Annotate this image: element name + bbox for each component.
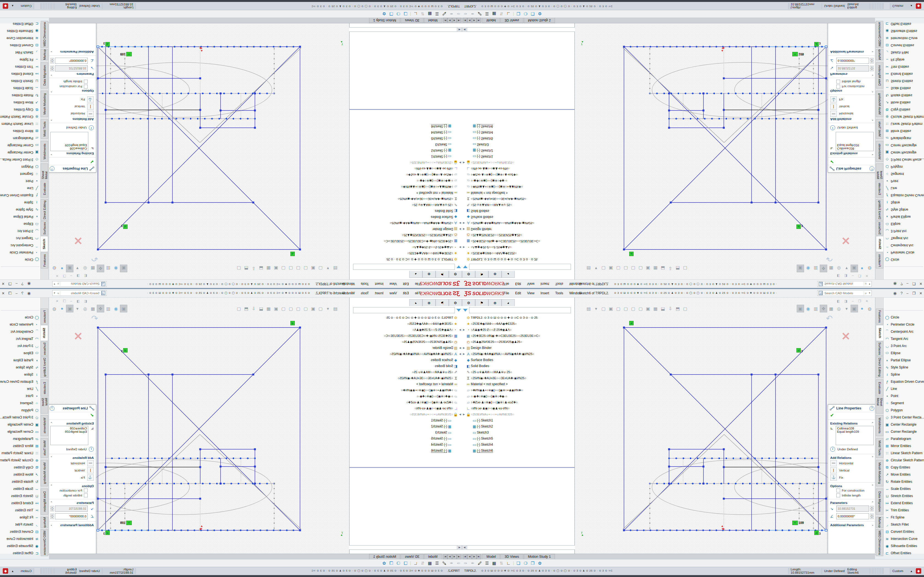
section-parameters[interactable]: Parameters [830, 73, 848, 76]
sketch-point[interactable] [632, 46, 633, 47]
tree-row[interactable]: ▭ (-) Sketch5 [462, 435, 575, 442]
sketch-point[interactable] [166, 93, 168, 94]
sketch-point[interactable] [713, 483, 715, 484]
sketch-vertex-handle[interactable] [825, 529, 827, 531]
command-parallelogram[interactable]: ▱Parallelogram [884, 435, 924, 442]
sketch-point[interactable] [649, 527, 650, 529]
tree-row[interactable]: ▱ ○✚ИN◉♟+○※◉[○◦○]◉※○+♟◉ИN✚○ [462, 387, 575, 393]
sketch-point[interactable] [124, 78, 125, 79]
search-dropdown-icon[interactable]: ▼ [867, 292, 871, 294]
sketch-point[interactable] [183, 118, 184, 119]
sketch-point[interactable] [799, 508, 800, 509]
tree-row[interactable]: ≔ Material < not specified > [462, 190, 575, 196]
sketch-vertex-handle[interactable] [171, 201, 173, 204]
bottom-toolbar-icon[interactable]: ┆ [409, 561, 412, 565]
tab-nav-icon[interactable]: |◀ [462, 554, 467, 559]
command-convert-entities[interactable]: ⊡Convert Entities [0, 529, 40, 535]
sketch-point[interactable] [274, 488, 275, 489]
sketch-point[interactable] [668, 458, 670, 459]
tab-nav-icon[interactable]: ▶ [447, 554, 452, 559]
sketch-point[interactable] [768, 46, 770, 48]
sketch-point[interactable] [147, 529, 149, 531]
relation-callout[interactable]: =109 [120, 521, 132, 525]
command-equation-driven-curve[interactable]: ƒEquation Driven Curve [884, 192, 924, 199]
sketch-point[interactable] [630, 529, 632, 531]
sketch-point[interactable] [645, 530, 646, 531]
command-equation-driven-curve[interactable]: ƒEquation Driven Curve [884, 378, 924, 385]
sketch-point[interactable] [245, 483, 246, 484]
sketch-point[interactable] [252, 483, 254, 484]
command-ellipse[interactable]: ⬭Ellipse [884, 350, 924, 356]
status-custom-dropdown[interactable]: Custom▴ [9, 3, 34, 9]
collapse-icon[interactable]: ⌃ [50, 118, 53, 121]
command-trim-entities[interactable]: ✂Trim Entities [0, 63, 40, 70]
sketch-point[interactable] [140, 118, 141, 119]
command-mirror-entities[interactable]: ⊞Mirror Entities [0, 443, 40, 449]
sketch-point[interactable] [110, 483, 111, 484]
bottom-toolbar-icon[interactable]: ❐ [529, 561, 536, 566]
tree-row[interactable]: ▦ (-) Sketch6 [349, 123, 462, 129]
bottom-toolbar-icon[interactable]: ❏ [515, 561, 522, 566]
command-3-point-arc[interactable]: ◡3 Point Arc [884, 228, 924, 234]
tree-row[interactable]: ▦ (-) Sketch2 [349, 424, 462, 429]
command-equation-driven-curve[interactable]: ƒEquation Driven Curve [0, 192, 40, 199]
sketch-vertex-handle[interactable] [299, 327, 301, 329]
scroll-track[interactable] [347, 545, 457, 550]
sketch-point[interactable] [775, 118, 777, 119]
angle-field[interactable]: 0.00000000° [836, 58, 869, 64]
feature-manager-tab[interactable]: ◕ [502, 299, 515, 306]
command-corner-rectangle[interactable]: ▭Corner Rectangle [0, 428, 40, 435]
tree-horizontal-scrollbar[interactable]: ◀ ▶ [342, 27, 462, 32]
bottom-toolbar-icon[interactable]: ☰ [483, 561, 491, 566]
expand-arrow-icon[interactable]: ▶ [462, 347, 466, 349]
tree-splitter[interactable] [462, 467, 575, 468]
sketch-point[interactable] [777, 46, 778, 47]
expand-arrow-icon[interactable]: ▶ [462, 413, 466, 416]
sketch-point[interactable] [656, 93, 658, 94]
tree-row[interactable]: ▶ ▤ Design Binder [462, 345, 575, 351]
angle-field[interactable]: 0.00000000° [55, 58, 88, 64]
tree-row[interactable]: ⚙ TЯPDL2. ⊙ З ⊙ Ш ⊙ ⊙ ⊙ ✚ ⊙ ⊃C ⊙ З ⊙ · ⊙… [349, 314, 462, 321]
option-row[interactable]: Infinite length [828, 79, 876, 84]
sketch-point[interactable] [632, 530, 633, 531]
sketch-point[interactable] [101, 46, 103, 48]
tree-row[interactable]: ▦ (-) Sketch6 [349, 448, 462, 454]
sketch-vertex-handle[interactable] [668, 466, 670, 467]
command-tab-sheet-metal[interactable]: Sheet Metal [41, 398, 48, 414]
command-parallelogram[interactable]: ▱Parallelogram [0, 435, 40, 442]
sketch-point[interactable] [813, 83, 814, 84]
sketch-point[interactable] [799, 493, 800, 494]
command-circle[interactable]: ◯Circle [884, 314, 924, 321]
sketch-vertex-handle[interactable] [254, 483, 256, 485]
section-parameters[interactable]: Parameters [830, 501, 848, 504]
expand-arrow-icon[interactable]: ▶ [458, 413, 462, 416]
sketch-point[interactable] [811, 118, 813, 119]
ok-check-icon[interactable]: ✔ [828, 412, 876, 419]
sketch-point[interactable] [147, 458, 149, 459]
expand-icon[interactable]: ⌄ [871, 50, 874, 53]
sketch-point[interactable] [698, 46, 699, 47]
sketch-point[interactable] [145, 93, 146, 94]
tree-row[interactable]: ◴ ○25♟◉25ИЗЕ25○◦○25ЗЕИ25◉♟25○ [462, 232, 575, 238]
feature-manager-tab[interactable]: ◕ [409, 299, 422, 306]
command-scale-entities[interactable]: ↔Scale Entities [0, 485, 40, 492]
tree-row[interactable]: ◧ Solid Bodies [349, 208, 462, 214]
menu-item[interactable]: View [524, 291, 538, 295]
ghost-ellipse[interactable] [90, 62, 272, 117]
sketch-vertex-handle[interactable] [97, 529, 99, 531]
sketch-point[interactable] [212, 530, 213, 531]
sketch-point[interactable] [137, 483, 139, 484]
menu-item[interactable]: File [501, 291, 512, 295]
sketch-point[interactable] [762, 529, 763, 531]
section-additional-parameters[interactable]: Additional Parameters [60, 524, 94, 527]
sketch-point[interactable] [118, 118, 120, 119]
sketch-point[interactable] [748, 529, 750, 531]
tab-nav-icon[interactable]: ◀ [452, 18, 457, 23]
sketch-point[interactable] [785, 483, 787, 484]
sketch-point[interactable] [128, 46, 129, 48]
close-button[interactable]: ✕ [919, 282, 922, 286]
sketch-point[interactable] [273, 529, 275, 531]
sketch-vertex-handle[interactable] [723, 498, 725, 500]
menu-item[interactable]: Tools [552, 282, 566, 286]
checkbox[interactable] [84, 85, 88, 89]
